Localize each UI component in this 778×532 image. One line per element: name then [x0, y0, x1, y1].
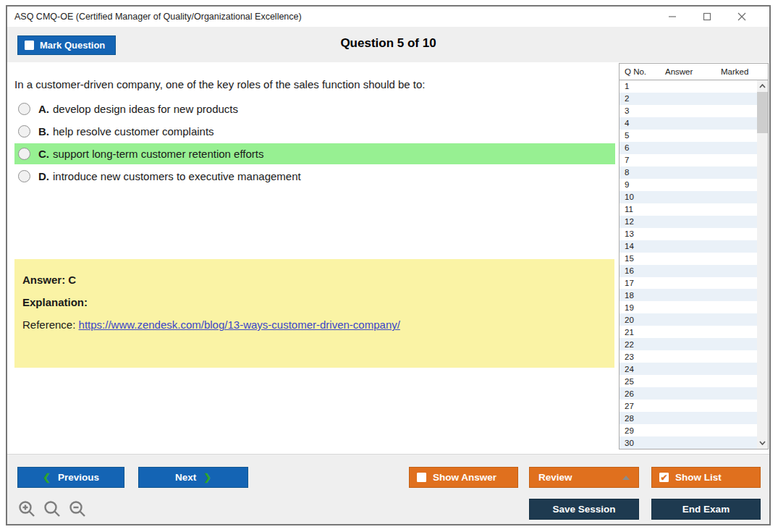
question-list-row-23[interactable]: 23 — [620, 350, 757, 363]
window-title: ASQ CMQ-OE (Certified Manager of Quality… — [14, 12, 302, 22]
row-q-number: 21 — [625, 328, 634, 337]
question-list-row-8[interactable]: 8 — [620, 166, 757, 179]
question-list-row-20[interactable]: 20 — [620, 313, 757, 326]
next-button[interactable]: Next ❯ — [138, 467, 248, 488]
row-q-number: 1 — [625, 82, 629, 90]
review-button[interactable]: Review — [529, 467, 639, 488]
reference-line: Reference: https://www.zendesk.com/blog/… — [22, 318, 614, 331]
option-text: develop design ideas for new products — [53, 103, 238, 115]
option-letter: C. — [38, 148, 49, 160]
question-list-row-21[interactable]: 21 — [620, 326, 757, 338]
question-list-row-25[interactable]: 25 — [620, 375, 757, 387]
zoom-reset-button[interactable] — [43, 499, 62, 521]
row-q-number: 7 — [625, 156, 629, 164]
chevron-right-icon: ❯ — [203, 472, 211, 483]
question-list-row-22[interactable]: 22 — [620, 338, 757, 350]
save-session-button[interactable]: Save Session — [529, 499, 639, 520]
row-q-number: 24 — [625, 365, 634, 373]
scrollbar-thumb[interactable] — [757, 92, 768, 133]
show-list-button[interactable]: ✔ Show List — [651, 467, 761, 488]
header-bar: ✔ Mark Question Question 5 of 10 — [7, 27, 769, 62]
question-list-row-27[interactable]: 27 — [620, 400, 757, 412]
column-header-marked: Marked — [721, 67, 748, 76]
option-letter: B. — [38, 125, 49, 138]
question-list-row-19[interactable]: 19 — [620, 301, 757, 313]
row-q-number: 23 — [625, 352, 634, 361]
row-q-number: 19 — [625, 303, 634, 312]
row-q-number: 25 — [625, 377, 634, 386]
app-window: ASQ CMQ-OE (Certified Manager of Quality… — [6, 5, 771, 525]
row-q-number: 4 — [625, 119, 629, 127]
question-list-row-3[interactable]: 3 — [620, 105, 757, 117]
question-list-row-16[interactable]: 16 — [620, 265, 757, 277]
previous-button[interactable]: ❮ Previous — [17, 467, 124, 488]
question-list-row-17[interactable]: 17 — [620, 277, 757, 290]
row-q-number: 5 — [625, 131, 629, 140]
radio-button[interactable] — [18, 125, 30, 138]
show-list-checkbox[interactable]: ✔ — [659, 473, 669, 482]
question-list-row-18[interactable]: 18 — [620, 289, 757, 301]
check-icon: ✔ — [660, 473, 667, 482]
question-list-scrollbar[interactable] — [757, 80, 768, 449]
radio-button[interactable] — [18, 148, 30, 160]
question-list-row-4[interactable]: 4 — [620, 117, 757, 130]
zoom-in-icon — [17, 499, 36, 518]
question-list-row-11[interactable]: 11 — [620, 203, 757, 216]
question-list-row-9[interactable]: 9 — [620, 179, 757, 191]
zoom-out-button[interactable] — [68, 499, 87, 521]
question-list-row-12[interactable]: 12 — [620, 216, 757, 228]
question-list-row-28[interactable]: 28 — [620, 412, 757, 424]
window-controls — [655, 7, 759, 27]
question-list-row-24[interactable]: 24 — [620, 363, 757, 375]
chevron-up-icon — [759, 84, 766, 88]
question-list-row-15[interactable]: 15 — [620, 253, 757, 265]
option-C[interactable]: C.support long-term customer retention e… — [14, 143, 615, 164]
show-list-label: Show List — [675, 472, 722, 483]
show-answer-label: Show Answer — [433, 472, 496, 483]
save-session-label: Save Session — [552, 504, 615, 515]
chevron-left-icon: ❮ — [43, 472, 51, 483]
question-list-row-26[interactable]: 26 — [620, 387, 757, 400]
scroll-up-button[interactable] — [757, 80, 768, 92]
radio-button[interactable] — [18, 103, 30, 115]
maximize-button[interactable] — [690, 7, 724, 27]
row-q-number: 20 — [625, 316, 634, 324]
reference-link[interactable]: https://www.zendesk.com/blog/13-ways-cus… — [79, 318, 400, 331]
radio-button[interactable] — [18, 170, 30, 182]
question-counter: Question 5 of 10 — [7, 36, 769, 51]
option-D[interactable]: D.introduce new customers to executive m… — [14, 166, 615, 187]
question-list-row-30[interactable]: 30 — [620, 436, 757, 449]
show-answer-button[interactable]: ✔ Show Answer — [409, 467, 518, 488]
option-B[interactable]: B.help resolve customer complaints — [14, 121, 615, 142]
question-list-row-10[interactable]: 10 — [620, 191, 757, 203]
question-list-row-14[interactable]: 14 — [620, 240, 757, 253]
previous-label: Previous — [58, 472, 99, 483]
question-list-row-7[interactable]: 7 — [620, 154, 757, 166]
scroll-down-button[interactable] — [757, 437, 768, 449]
options-list: A.develop design ideas for new productsB… — [14, 98, 615, 188]
question-list-row-5[interactable]: 5 — [620, 130, 757, 142]
question-list-panel: Q No. Answer Marked 12345678910111213141… — [619, 63, 769, 449]
row-q-number: 16 — [625, 266, 634, 275]
row-q-number: 27 — [625, 402, 634, 410]
close-icon — [737, 12, 746, 21]
maximize-icon — [703, 12, 711, 21]
question-list-row-29[interactable]: 29 — [620, 424, 757, 436]
row-q-number: 9 — [625, 180, 629, 189]
row-q-number: 2 — [625, 94, 629, 103]
option-letter: D. — [38, 170, 49, 182]
explanation-label: Explanation: — [22, 296, 614, 308]
question-list-row-1[interactable]: 1 — [620, 80, 757, 93]
question-list-row-2[interactable]: 2 — [620, 93, 757, 105]
row-q-number: 26 — [625, 389, 634, 398]
minimize-button[interactable] — [655, 7, 690, 27]
zoom-in-button[interactable] — [17, 499, 36, 521]
magnifier-icon — [43, 499, 62, 518]
close-button[interactable] — [724, 7, 759, 27]
question-list-row-6[interactable]: 6 — [620, 142, 757, 154]
show-answer-checkbox[interactable]: ✔ — [417, 473, 426, 482]
question-list-row-13[interactable]: 13 — [620, 228, 757, 240]
end-exam-button[interactable]: End Exam — [651, 499, 761, 520]
option-A[interactable]: A.develop design ideas for new products — [14, 98, 615, 119]
row-q-number: 13 — [625, 229, 634, 238]
